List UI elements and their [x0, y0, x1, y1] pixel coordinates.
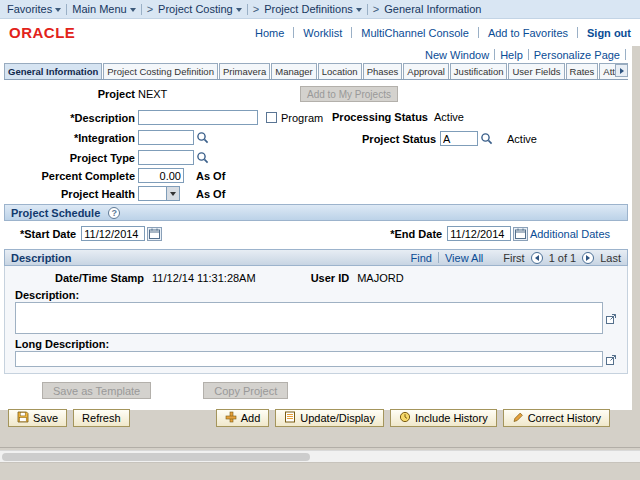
tab-scroll-right-button[interactable]	[615, 64, 628, 77]
description-label: *Description	[0, 112, 135, 124]
description-section: Description Find View All First 1 of 1 L…	[4, 249, 628, 374]
long-description-expand-icon[interactable]	[606, 354, 617, 365]
page-toolbar: Save Refresh Add Update/Display Include …	[8, 409, 624, 427]
datetime-stamp-value: 11/12/14 11:31:28AM	[152, 272, 256, 284]
percent-complete-input[interactable]	[138, 168, 184, 183]
new-window-link[interactable]: New Window	[425, 49, 489, 61]
description-body: Date/Time Stamp 11/12/14 11:31:28AM User…	[4, 266, 628, 374]
next-page-icon	[586, 255, 590, 261]
grid-controls: Find View All First 1 of 1 Last	[411, 252, 621, 264]
datetime-stamp-label: Date/Time Stamp	[55, 272, 144, 284]
sign-out-link[interactable]: Sign out	[587, 27, 631, 39]
program-label: Program	[281, 112, 323, 124]
find-link[interactable]: Find	[411, 252, 432, 264]
help-icon[interactable]: ?	[108, 207, 120, 219]
worklist-link[interactable]: Worklist	[303, 27, 342, 39]
tab-project-costing-definition[interactable]: Project Costing Definition	[103, 63, 218, 79]
project-health-select[interactable]	[138, 186, 180, 201]
long-description-textarea[interactable]	[15, 351, 603, 367]
separator	[66, 4, 67, 15]
project-type-row: Project Type	[0, 150, 209, 165]
tab-justification[interactable]: Justification	[450, 63, 508, 79]
project-health-row: Project Health As Of	[0, 186, 225, 201]
save-icon	[17, 411, 29, 425]
breadcrumb-project-definitions[interactable]: Project Definitions	[264, 3, 362, 15]
prev-page-icon	[535, 255, 539, 261]
add-to-favorites-link[interactable]: Add to Favorites	[488, 27, 568, 39]
home-link[interactable]: Home	[255, 27, 284, 39]
refresh-button[interactable]: Refresh	[73, 409, 130, 427]
project-row: Project NEXT	[0, 88, 167, 100]
previous-row-button[interactable]	[531, 252, 543, 264]
view-all-link[interactable]: View All	[445, 252, 483, 264]
tab-rates[interactable]: Rates	[566, 63, 599, 79]
horizontal-scrollbar-thumb[interactable]	[2, 453, 310, 461]
favorites-menu[interactable]: Favorites	[7, 3, 61, 15]
description-field-label: Description:	[15, 289, 617, 302]
end-date-calendar-icon[interactable]	[513, 227, 528, 241]
tab-location[interactable]: Location	[318, 63, 362, 79]
description-expand-icon[interactable]	[606, 313, 617, 324]
frame-divider	[0, 447, 640, 448]
tab-general-information[interactable]: General Information	[4, 63, 102, 79]
last-label: Last	[600, 252, 621, 264]
horizontal-scrollbar[interactable]	[0, 450, 640, 463]
personalize-page-link[interactable]: Personalize Page	[534, 49, 620, 61]
description-textarea[interactable]	[15, 302, 603, 334]
next-row-button[interactable]	[582, 252, 594, 264]
separator	[351, 27, 352, 38]
breadcrumb-current-page: General Information	[384, 3, 481, 15]
transaction-page: New Window Help Personalize Page General…	[0, 46, 632, 410]
breadcrumb-project-costing[interactable]: Project Costing	[158, 3, 242, 15]
separator	[367, 4, 368, 15]
project-type-label: Project Type	[0, 152, 135, 164]
add-icon	[225, 411, 237, 425]
project-health-label: Project Health	[0, 188, 135, 200]
project-status-input[interactable]	[440, 131, 478, 146]
project-status-desc: Active	[507, 133, 537, 145]
favorites-caret-icon	[55, 8, 61, 12]
project-status-row: Project Status Active	[340, 131, 537, 146]
tab-manager[interactable]: Manager	[271, 63, 317, 79]
program-checkbox[interactable]	[266, 112, 277, 123]
include-history-button[interactable]: Include History	[390, 409, 497, 427]
help-link[interactable]: Help	[500, 49, 523, 61]
description-row: *Description Program	[0, 110, 323, 125]
description-header: Description Find View All First 1 of 1 L…	[4, 249, 628, 266]
breadcrumb-separator: >	[147, 3, 153, 15]
add-button[interactable]: Add	[216, 409, 270, 427]
main-menu[interactable]: Main Menu	[72, 3, 135, 15]
end-date-label: *End Date	[390, 228, 442, 240]
update-display-icon	[284, 411, 296, 425]
separator	[625, 49, 626, 60]
percent-as-of-label: As Of	[196, 170, 225, 182]
template-actions-row: Save as Template Copy Project	[42, 382, 632, 399]
tab-approval[interactable]: Approval	[403, 63, 449, 79]
integration-input[interactable]	[138, 130, 194, 145]
start-date-input[interactable]	[81, 226, 145, 241]
long-description-textarea-row	[15, 351, 617, 367]
tab-user-fields[interactable]: User Fields	[508, 63, 564, 79]
additional-dates-link[interactable]: Additional Dates	[530, 228, 610, 240]
tab-phases[interactable]: Phases	[363, 63, 403, 79]
project-type-input[interactable]	[138, 150, 194, 165]
project-schedule-header: Project Schedule ?	[4, 204, 628, 221]
start-date-calendar-icon[interactable]	[147, 227, 162, 241]
update-display-button[interactable]: Update/Display	[275, 409, 384, 427]
include-history-icon	[399, 411, 411, 425]
breadcrumb-separator: >	[253, 3, 259, 15]
user-id-label: User ID	[311, 272, 350, 284]
project-type-lookup-icon[interactable]	[196, 151, 209, 164]
project-status-lookup-icon[interactable]	[480, 132, 493, 145]
separator	[247, 4, 248, 15]
multichannel-console-link[interactable]: MultiChannel Console	[361, 27, 469, 39]
save-button[interactable]: Save	[8, 409, 67, 427]
separator	[293, 27, 294, 38]
correct-history-button[interactable]: Correct History	[503, 409, 610, 427]
tab-primavera[interactable]: Primavera	[219, 63, 270, 79]
end-date-input[interactable]	[447, 226, 511, 241]
description-title: Description	[11, 252, 72, 264]
description-input[interactable]	[138, 110, 258, 125]
integration-lookup-icon[interactable]	[196, 131, 209, 144]
processing-status-value: Active	[434, 111, 464, 123]
